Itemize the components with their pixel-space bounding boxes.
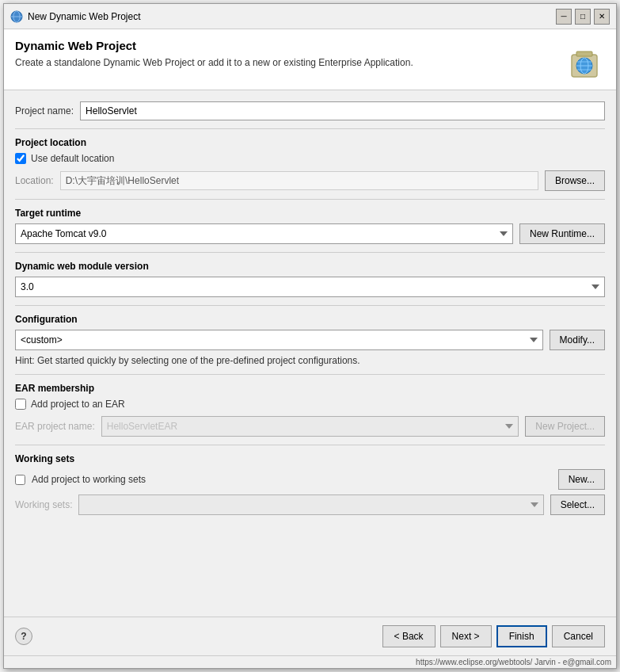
dialog: New Dynamic Web Project ─ □ ✕ Dynamic We… <box>3 3 617 669</box>
divider-6 <box>15 445 605 445</box>
target-runtime-dropdown[interactable]: Apache Tomcat v9.0 <box>15 223 513 244</box>
add-to-ear-label: Add project to an EAR <box>31 399 125 410</box>
select-working-set-button[interactable]: Select... <box>550 494 605 515</box>
project-name-input[interactable] <box>80 101 605 120</box>
title-bar-icon <box>10 10 23 23</box>
title-bar-controls: ─ □ ✕ <box>556 9 610 25</box>
configuration-row: <custom> Modify... <box>15 330 605 350</box>
footer: ? < Back Next > Finish Cancel <box>4 617 616 655</box>
dynamic-web-module-dropdown[interactable]: 3.0 <box>15 277 605 297</box>
browse-button[interactable]: Browse... <box>545 170 605 191</box>
ear-project-name-dropdown[interactable]: HelloServletEAR <box>101 416 519 437</box>
configuration-section: Configuration <box>15 314 605 325</box>
use-default-location-checkbox[interactable] <box>15 153 26 164</box>
content-area: Project name: Project location Use defau… <box>4 90 616 617</box>
ear-project-name-label: EAR project name: <box>15 421 95 432</box>
project-name-row: Project name: <box>15 101 605 120</box>
footer-buttons: < Back Next > Finish Cancel <box>382 625 605 647</box>
header-title: Dynamic Web Project <box>15 39 413 52</box>
header-section: Dynamic Web Project Create a standalone … <box>4 29 616 90</box>
location-input[interactable] <box>60 171 538 190</box>
target-runtime-section: Target runtime <box>15 208 605 219</box>
new-project-button[interactable]: New Project... <box>525 416 605 437</box>
working-sets-section: Working sets <box>15 453 605 464</box>
back-button[interactable]: < Back <box>382 625 436 647</box>
finish-button[interactable]: Finish <box>496 625 547 647</box>
location-label: Location: <box>15 175 54 186</box>
project-name-label: Project name: <box>15 105 74 116</box>
status-bar: https://www.eclipse.org/webtools/ Jarvin… <box>4 655 616 668</box>
use-default-location-row: Use default location <box>15 153 605 164</box>
divider-3 <box>15 252 605 253</box>
header-description: Create a standalone Dynamic Web Project … <box>15 57 413 68</box>
maximize-button[interactable]: □ <box>575 9 591 25</box>
new-runtime-button[interactable]: New Runtime... <box>519 223 605 244</box>
modify-button[interactable]: Modify... <box>550 330 605 350</box>
title-bar-title: New Dynamic Web Project <box>28 11 141 22</box>
title-bar: New Dynamic Web Project ─ □ ✕ <box>4 4 616 29</box>
divider-1 <box>15 128 605 129</box>
hint-text: Hint: Get started quickly by selecting o… <box>15 355 605 366</box>
divider-4 <box>15 305 605 306</box>
divider-2 <box>15 199 605 200</box>
ear-project-name-row: EAR project name: HelloServletEAR New Pr… <box>15 416 605 437</box>
ear-membership-section: EAR membership <box>15 383 605 394</box>
working-sets-row: Working sets: Select... <box>15 494 605 515</box>
use-default-location-label: Use default location <box>31 153 114 164</box>
add-to-working-sets-checkbox[interactable] <box>15 475 25 485</box>
divider-5 <box>15 374 605 375</box>
working-sets-label: Working sets: <box>15 499 72 510</box>
title-bar-left: New Dynamic Web Project <box>10 10 141 23</box>
help-button[interactable]: ? <box>15 628 32 645</box>
header-text: Dynamic Web Project Create a standalone … <box>15 39 413 68</box>
add-to-ear-checkbox[interactable] <box>15 399 26 410</box>
working-sets-dropdown[interactable] <box>78 494 543 515</box>
close-button[interactable]: ✕ <box>594 9 610 25</box>
configuration-dropdown[interactable]: <custom> <box>15 330 543 350</box>
add-to-working-sets-label: Add project to working sets <box>32 474 552 485</box>
cancel-button[interactable]: Cancel <box>552 625 605 647</box>
minimize-button[interactable]: ─ <box>556 9 572 25</box>
globe-jar-icon <box>564 39 605 80</box>
project-location-section: Project location <box>15 137 605 148</box>
svg-rect-4 <box>576 52 592 56</box>
dynamic-web-module-row: 3.0 <box>15 277 605 297</box>
target-runtime-row: Apache Tomcat v9.0 New Runtime... <box>15 223 605 244</box>
add-to-working-sets-row: Add project to working sets New... <box>15 469 605 490</box>
working-sets-section-wrapper: Working sets Add project to working sets… <box>15 453 605 515</box>
new-working-set-button[interactable]: New... <box>558 469 605 490</box>
location-row: Location: Browse... <box>15 170 605 191</box>
add-to-ear-row: Add project to an EAR <box>15 399 605 410</box>
next-button[interactable]: Next > <box>440 625 492 647</box>
dynamic-web-module-section: Dynamic web module version <box>15 261 605 272</box>
